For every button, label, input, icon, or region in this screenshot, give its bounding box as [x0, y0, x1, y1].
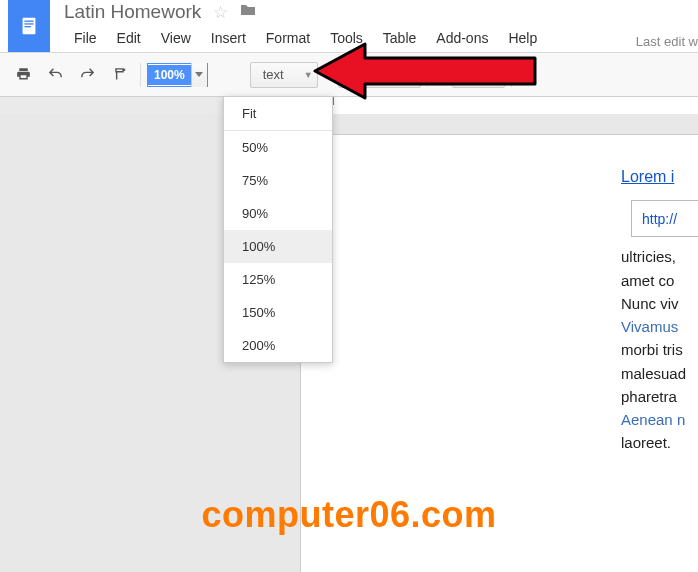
docs-app-icon[interactable] — [8, 0, 50, 52]
document-canvas: Lorem i http:// ultricies, amet co Nunc … — [0, 114, 698, 572]
body-line: morbi tris — [621, 338, 698, 361]
document-page[interactable]: Lorem i http:// ultricies, amet co Nunc … — [300, 134, 698, 572]
toolbar: 100% text ▼ Arial ▼ 11 ▼ — [0, 53, 698, 97]
menu-addons[interactable]: Add-ons — [426, 26, 498, 50]
document-link[interactable]: Lorem i — [621, 168, 674, 185]
chevron-down-icon: ▼ — [304, 70, 313, 80]
document-title[interactable]: Latin Homework — [64, 1, 201, 23]
zoom-menu-item-fit[interactable]: Fit — [224, 97, 332, 130]
zoom-caret-icon — [191, 63, 207, 87]
undo-button[interactable] — [40, 60, 70, 90]
paragraph-style-label: text — [263, 67, 284, 82]
zoom-value: 100% — [148, 65, 191, 85]
body-line: Vivamus — [621, 315, 698, 338]
redo-button[interactable] — [72, 60, 102, 90]
zoom-selector[interactable]: 100% — [147, 63, 208, 87]
body-line: Nunc viv — [621, 292, 698, 315]
font-size-selector[interactable]: 11 ▼ — [452, 62, 505, 88]
body-line: pharetra — [621, 385, 698, 408]
zoom-menu-item-75[interactable]: 75% — [224, 164, 332, 197]
zoom-menu-item-90[interactable]: 90% — [224, 197, 332, 230]
menu-table[interactable]: Table — [373, 26, 426, 50]
body-line: ultricies, — [621, 245, 698, 268]
zoom-menu-item-125[interactable]: 125% — [224, 263, 332, 296]
ruler[interactable] — [0, 97, 698, 115]
menu-file[interactable]: File — [64, 26, 107, 50]
link-tooltip[interactable]: http:// — [631, 200, 698, 238]
paint-format-button[interactable] — [104, 60, 134, 90]
zoom-menu-item-150[interactable]: 150% — [224, 296, 332, 329]
svg-rect-1 — [24, 21, 33, 22]
svg-rect-2 — [24, 23, 33, 24]
menu-insert[interactable]: Insert — [201, 26, 256, 50]
last-edit-text[interactable]: Last edit w — [636, 34, 698, 49]
menu-edit[interactable]: Edit — [107, 26, 151, 50]
body-line: amet co — [621, 269, 698, 292]
zoom-menu-item-200[interactable]: 200% — [224, 329, 332, 362]
menu-help[interactable]: Help — [498, 26, 547, 50]
zoom-menu-item-50[interactable]: 50% — [224, 131, 332, 164]
menu-view[interactable]: View — [151, 26, 201, 50]
zoom-dropdown-menu: Fit 50% 75% 90% 100% 125% 150% 200% — [223, 96, 333, 363]
font-size-label: 11 — [463, 67, 477, 82]
body-line: malesuad — [621, 362, 698, 385]
body-line: Aenean n — [621, 408, 698, 431]
chevron-down-icon: ▼ — [407, 70, 416, 80]
menu-tools[interactable]: Tools — [320, 26, 373, 50]
font-family-selector[interactable]: Arial ▼ — [338, 62, 421, 88]
link-url[interactable]: http:// — [642, 211, 677, 227]
zoom-menu-item-100[interactable]: 100% — [224, 230, 332, 263]
folder-icon[interactable] — [240, 3, 256, 21]
chevron-down-icon: ▼ — [491, 70, 500, 80]
menubar: File Edit View Insert Format Tools Table… — [64, 26, 547, 50]
body-line: laoreet. — [621, 431, 698, 454]
font-family-label: Arial — [351, 67, 377, 82]
menu-format[interactable]: Format — [256, 26, 320, 50]
svg-rect-3 — [24, 26, 30, 27]
print-button[interactable] — [8, 60, 38, 90]
star-icon[interactable]: ☆ — [213, 2, 228, 23]
paragraph-style-selector[interactable]: text ▼ — [250, 62, 318, 88]
